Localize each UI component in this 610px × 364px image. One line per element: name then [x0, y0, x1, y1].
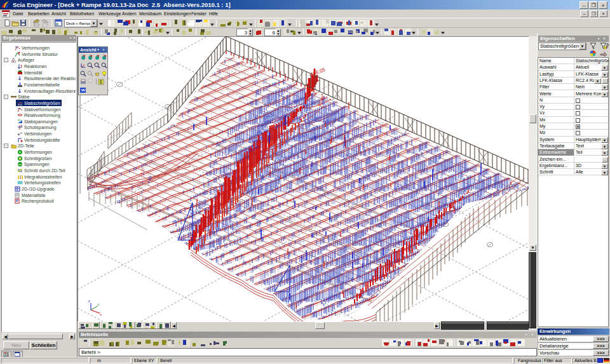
svg-text:x: x	[100, 313, 102, 316]
svg-text:y: y	[97, 302, 99, 306]
svg-text:z: z	[88, 299, 90, 303]
